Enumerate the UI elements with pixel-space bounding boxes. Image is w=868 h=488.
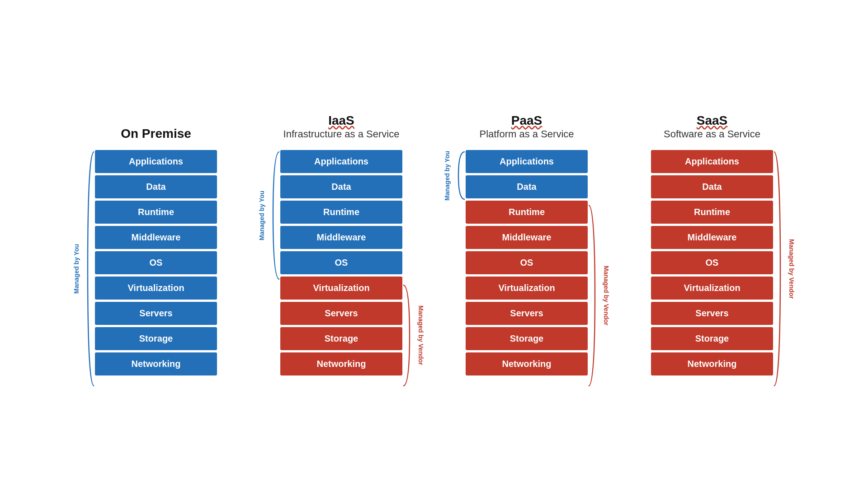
layer-applications: Applications — [280, 150, 402, 173]
left-bracket-area-iaas: Managed by You — [258, 150, 280, 388]
layer-runtime: Runtime — [651, 201, 773, 224]
layer-middleware: Middleware — [95, 226, 217, 249]
layer-servers: Servers — [280, 302, 402, 325]
stack-iaas: ApplicationsDataRuntimeMiddlewareOSVirtu… — [280, 150, 402, 388]
left-bracket-label: Managed by You — [73, 244, 80, 294]
layer-applications: Applications — [466, 150, 588, 173]
column-on-premise: On PremiseManaged by YouApplicationsData… — [72, 100, 240, 388]
stack-wrapper-on-premise: Managed by YouApplicationsDataRuntimeMid… — [72, 150, 240, 388]
col-main-title: IaaS — [328, 113, 354, 128]
right-bracket-label: Managed by Vendor — [788, 239, 795, 299]
layer-networking: Networking — [466, 352, 588, 375]
layer-runtime: Runtime — [95, 201, 217, 224]
layer-applications: Applications — [651, 150, 773, 173]
layer-os: OS — [651, 251, 773, 274]
col-sub-title: Software as a Service — [664, 128, 760, 141]
right-bracket-area-iaas: Managed by Vendor — [402, 150, 425, 388]
column-iaas: IaaS Infrastructure as a Service Managed… — [258, 100, 425, 388]
layer-os: OS — [95, 251, 217, 274]
column-title-on-premise: On Premise — [121, 100, 191, 141]
left-bracket-area-paas: Managed by You — [443, 150, 466, 388]
layer-virtualization: Virtualization — [466, 277, 588, 300]
stack-wrapper-iaas: Managed by YouApplicationsDataRuntimeMid… — [258, 150, 425, 388]
col-main-title: PaaS — [511, 113, 542, 128]
layer-storage: Storage — [651, 327, 773, 350]
stack-wrapper-paas: Managed by YouApplicationsDataRuntimeMid… — [443, 150, 610, 388]
stack-on-premise: ApplicationsDataRuntimeMiddlewareOSVirtu… — [95, 150, 217, 388]
layer-middleware: Middleware — [280, 226, 402, 249]
layer-data: Data — [280, 175, 402, 198]
left-bracket-area-on-premise: Managed by You — [72, 150, 95, 388]
layer-networking: Networking — [651, 352, 773, 375]
column-saas: SaaS Software as a Service ApplicationsD… — [628, 100, 796, 388]
layer-applications: Applications — [95, 150, 217, 173]
layer-data: Data — [466, 175, 588, 198]
layer-runtime: Runtime — [280, 201, 402, 224]
right-bracket-area-saas: Managed by Vendor — [773, 150, 796, 388]
layer-middleware: Middleware — [466, 226, 588, 249]
layer-servers: Servers — [95, 302, 217, 325]
stack-wrapper-saas: ApplicationsDataRuntimeMiddlewareOSVirtu… — [628, 150, 796, 388]
col-main-title: On Premise — [121, 127, 191, 141]
layer-runtime: Runtime — [466, 201, 588, 224]
column-paas: PaaS Platform as a Service Managed by Yo… — [443, 100, 610, 388]
stack-paas: ApplicationsDataRuntimeMiddlewareOSVirtu… — [466, 150, 588, 388]
column-title-iaas: IaaS Infrastructure as a Service — [283, 100, 400, 141]
layer-data: Data — [651, 175, 773, 198]
layer-os: OS — [466, 251, 588, 274]
layer-networking: Networking — [280, 352, 402, 375]
col-main-title: SaaS — [697, 113, 728, 128]
layer-servers: Servers — [466, 302, 588, 325]
layer-middleware: Middleware — [651, 226, 773, 249]
left-bracket-label: Managed by You — [258, 191, 265, 240]
main-container: On PremiseManaged by YouApplicationsData… — [0, 87, 868, 401]
column-title-saas: SaaS Software as a Service — [664, 100, 760, 141]
layer-storage: Storage — [95, 327, 217, 350]
stack-saas: ApplicationsDataRuntimeMiddlewareOSVirtu… — [651, 150, 773, 388]
col-sub-title: Infrastructure as a Service — [283, 128, 400, 141]
layer-data: Data — [95, 175, 217, 198]
layer-virtualization: Virtualization — [280, 277, 402, 300]
right-bracket-label: Managed by Vendor — [417, 305, 425, 365]
layer-virtualization: Virtualization — [651, 277, 773, 300]
layer-storage: Storage — [280, 327, 402, 350]
right-bracket-area-paas: Managed by Vendor — [588, 150, 610, 388]
layer-networking: Networking — [95, 352, 217, 375]
col-sub-title: Platform as a Service — [479, 128, 574, 141]
layer-os: OS — [280, 251, 402, 274]
left-bracket-label: Managed by You — [443, 151, 451, 201]
column-title-paas: PaaS Platform as a Service — [479, 100, 574, 141]
layer-virtualization: Virtualization — [95, 277, 217, 300]
right-bracket-label: Managed by Vendor — [603, 266, 610, 325]
layer-storage: Storage — [466, 327, 588, 350]
layer-servers: Servers — [651, 302, 773, 325]
